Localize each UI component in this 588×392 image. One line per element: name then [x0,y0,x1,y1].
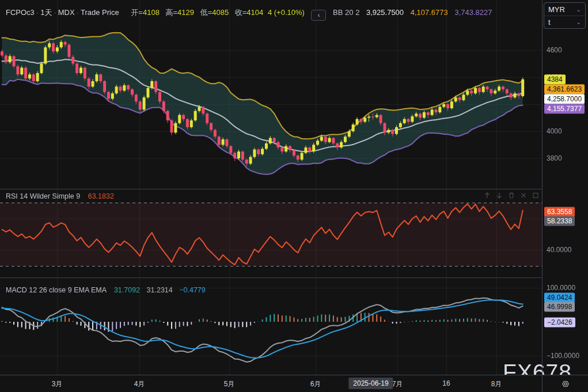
time-axis-label: 16 [442,379,450,387]
axis-tick-label: 4600 [547,46,562,54]
time-axis-label: 6月 [310,379,321,389]
bb-legend[interactable]: BB 20 2 3,925.7500 4,107.6773 3,743.8227 [333,8,492,17]
axis-price-badge: 46.9998 [544,302,575,312]
open-label: 开= [127,8,143,17]
unit-value: t [548,18,551,26]
ohlc-readout: 开=4108 高=4129 低=4085 收=4104 4 (+0.10%) [121,8,306,17]
time-axis-label: 3月 [52,379,63,389]
unit-dropdown[interactable]: t ⌄ [544,16,585,28]
axis-tick-label: 4000 [547,127,562,135]
high-label: 高= [161,8,177,17]
bb-upper-value: 4,107.6773 [406,8,448,17]
pane-separator-macd[interactable] [0,277,542,278]
axis-price-badge: 4,361.6623 [544,85,585,94]
time-axis[interactable]: 3月4月5月6月7月168月2025-06-19 [0,375,588,392]
bb-basis-value: 3,925.7500 [362,8,404,17]
rsi-pane-toolbar [484,192,539,199]
low-value: 4085 [212,8,229,17]
pane-separator-rsi[interactable] [0,189,542,189]
close-pane-icon[interactable] [520,192,527,199]
macd-legend[interactable]: MACD 12 26 close 9 EMA EMA 31.7092 31.23… [6,286,206,294]
axis-price-badge: 63.3558 [544,207,575,217]
price-chart-canvas[interactable] [0,0,542,189]
rsi-chart-canvas[interactable] [0,189,542,277]
chevron-down-icon: ⌄ [576,19,581,25]
low-label: 低= [196,8,213,17]
delete-pane-icon[interactable] [508,192,515,199]
axis-price-badge: 4,155.7377 [544,104,585,114]
high-value: 4129 [177,8,194,17]
close-value: 4104 [246,8,263,17]
axis-tick-label: −100.0000 [547,352,579,360]
bb-lower-value: 3,743.8227 [450,8,492,17]
close-label: 收= [231,8,247,17]
symbol-title[interactable]: FCPOc3·1天·MDX·Trade Price [6,8,121,17]
time-axis-label: 5月 [224,379,235,389]
time-axis-label: 4月 [134,379,145,389]
gear-icon [561,379,570,389]
main-legend: FCPOc3·1天·MDX·Trade Price 开=4108 高=4129 … [6,7,492,21]
crosshair-date-badge: 2025-06-19 [348,378,393,389]
axis-price-badge: −2.0426 [544,318,575,328]
macd-signal-value: −0.4779 [174,286,206,294]
price-axis[interactable]: 4600440042004000380043844,361.66234,258.… [542,0,588,375]
maximize-pane-icon[interactable] [532,192,539,199]
time-axis-label: 7月 [392,379,403,389]
move-pane-down-icon[interactable] [496,192,503,199]
open-value: 4108 [143,8,160,17]
axis-tick-label: 100.0000 [547,284,575,292]
trading-chart-app: FCPOc3·1天·MDX·Trade Price 开=4108 高=4129 … [0,0,588,392]
axis-price-badge: 4,258.7000 [544,94,585,104]
chevron-left-icon: ‹ [318,12,320,18]
currency-unit-selector: MYR ⌄ t ⌄ [544,2,586,29]
axis-price-badge: 49.0424 [544,293,575,303]
time-axis-settings[interactable] [542,375,588,392]
axis-price-badge: 4384 [544,75,566,85]
chevron-down-icon: ⌄ [576,6,581,13]
rsi-legend[interactable]: RSI 14 Wilder Simple 9 63.1832 [6,192,114,200]
currency-value: MYR [548,5,565,14]
legend-collapse-button[interactable]: ‹ [311,10,326,21]
rsi-value: 63.1832 [82,192,114,200]
currency-dropdown[interactable]: MYR ⌄ [544,3,585,16]
move-pane-up-icon[interactable] [484,192,491,199]
axis-price-badge: 58.2338 [544,216,575,226]
macd-hist-value: 31.7092 [108,286,140,294]
change-value: 4 (+0.10%) [265,8,305,17]
time-axis-label: 8月 [491,379,502,389]
axis-tick-label: 40.0000 [547,246,571,254]
axis-tick-label: 3800 [547,154,562,162]
macd-line-value: 31.2314 [142,286,173,294]
